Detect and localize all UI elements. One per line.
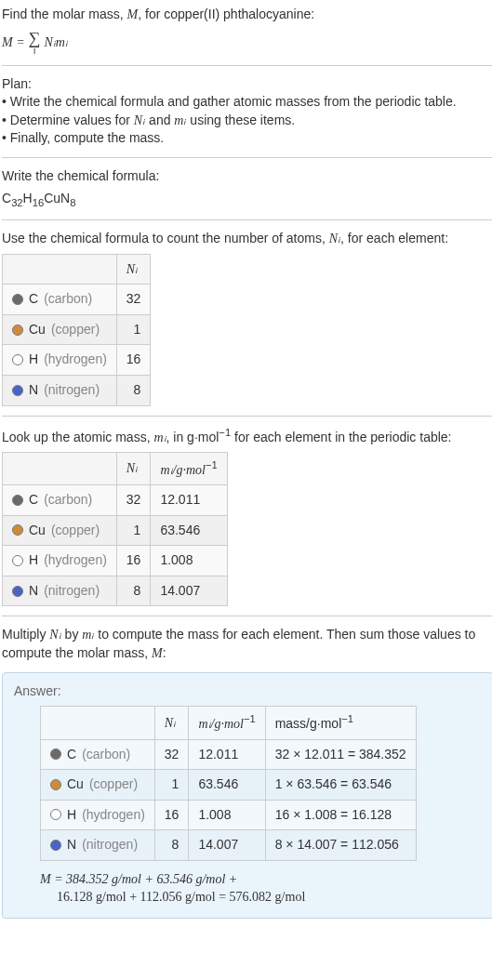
mi-value: 12.011 xyxy=(151,485,227,516)
col-ni-label: Nᵢ xyxy=(126,461,138,475)
ni-value: 8 xyxy=(154,830,189,861)
carbon-swatch-icon xyxy=(12,294,23,305)
count-heading-post: , for each element: xyxy=(340,231,448,245)
atomic-mass-section: Look up the atomic mass, mᵢ, in g·mol−1 … xyxy=(2,426,492,607)
count-heading-pre: Use the chemical formula to count the nu… xyxy=(2,231,329,245)
mass-heading: Look up the atomic mass, mᵢ, in g·mol−1 … xyxy=(2,426,492,446)
element-cell: C (carbon) xyxy=(50,746,145,764)
count-heading-var: Nᵢ xyxy=(329,232,340,245)
final-formula-line1: M = 384.352 g/mol + 63.546 g/mol + xyxy=(40,872,237,886)
col-element xyxy=(3,254,117,285)
mh-post: : xyxy=(163,645,166,660)
plan-item-1: • Write the chemical formula and gather … xyxy=(2,93,492,112)
atomic-mass-table: Nᵢ mᵢ/g·mol−1 C (carbon) 32 12.011 Cu (c… xyxy=(2,452,228,607)
intro-text-after: , for copper(II) phthalocyanine: xyxy=(138,7,314,21)
plan-section: Plan: • Write the chemical formula and g… xyxy=(2,75,492,148)
hydrogen-swatch-icon xyxy=(12,354,23,365)
col-ni-label: Nᵢ xyxy=(126,262,138,276)
element-cell: H (hydrogen) xyxy=(12,551,107,570)
col-mi-label: mᵢ/g·mol xyxy=(160,463,206,477)
ni-value: 8 xyxy=(116,576,151,606)
element-symbol: C xyxy=(67,746,76,764)
col-element xyxy=(3,452,117,484)
element-name: (copper) xyxy=(89,775,138,794)
col-ni: Nᵢ xyxy=(154,707,189,739)
element-cell: N (nitrogen) xyxy=(12,381,107,400)
plan-item-2-m: mᵢ xyxy=(174,113,186,127)
divider xyxy=(2,616,492,616)
hydrogen-swatch-icon xyxy=(12,555,23,566)
sigma-index: i xyxy=(29,46,41,56)
final-formula-line2: 16.128 g/mol + 112.056 g/mol = 576.082 g… xyxy=(57,890,305,904)
element-symbol: C xyxy=(29,491,38,510)
col-mass-label: mass/g·mol xyxy=(275,716,342,731)
element-cell: H (hydrogen) xyxy=(50,806,145,825)
nitrogen-swatch-icon xyxy=(12,385,23,396)
mass-value: 32 × 12.011 = 384.352 xyxy=(265,739,416,770)
element-cell: Cu (copper) xyxy=(50,775,145,794)
ni-value: 32 xyxy=(116,485,151,516)
divider xyxy=(2,157,492,158)
element-cell: C (carbon) xyxy=(12,491,107,510)
element-cell: Cu (copper) xyxy=(12,522,107,540)
element-symbol: N xyxy=(29,381,38,400)
final-formula: M = 384.352 g/mol + 63.546 g/mol + 16.12… xyxy=(40,870,482,907)
plan-item-2-n: Nᵢ xyxy=(134,113,145,127)
nitrogen-swatch-icon xyxy=(50,840,61,851)
mass-value: 16 × 1.008 = 16.128 xyxy=(265,800,416,830)
intro-M: M xyxy=(127,7,139,21)
element-name: (nitrogen) xyxy=(44,582,100,601)
mi-value: 1.008 xyxy=(151,546,227,576)
table-row: C (carbon) 32 12.011 32 × 12.011 = 384.3… xyxy=(41,739,417,770)
element-symbol: N xyxy=(29,582,38,601)
chem-heading: Write the chemical formula: xyxy=(2,167,492,186)
count-section: Use the chemical formula to count the nu… xyxy=(2,230,492,406)
element-cell: N (nitrogen) xyxy=(50,836,145,854)
ni-value: 1 xyxy=(154,770,189,801)
col-mi: mᵢ/g·mol−1 xyxy=(151,452,227,484)
mass-heading-exp: −1 xyxy=(219,427,231,438)
mi-value: 63.546 xyxy=(151,515,227,546)
table-row: H (hydrogen) 16 xyxy=(3,345,151,376)
mi-value: 63.546 xyxy=(189,770,265,801)
ni-value: 1 xyxy=(116,515,151,546)
table-row: C (carbon) 32 xyxy=(3,285,151,315)
col-element xyxy=(41,707,155,739)
element-cell: Cu (copper) xyxy=(12,321,107,339)
answer-label: Answer: xyxy=(14,682,482,701)
col-mass-exp: −1 xyxy=(341,713,353,724)
plan-item-3: • Finally, compute the mass. xyxy=(2,129,492,148)
nitrogen-swatch-icon xyxy=(12,586,23,597)
intro-line: Find the molar mass, M, for copper(II) p… xyxy=(2,6,492,24)
ni-value: 16 xyxy=(154,800,189,830)
mass-heading-post: for each element in the periodic table: xyxy=(231,429,451,444)
copper-swatch-icon xyxy=(12,324,23,336)
element-name: (carbon) xyxy=(82,746,130,764)
mi-value: 14.007 xyxy=(151,576,227,606)
chemical-formula-section: Write the chemical formula: C32H16CuN8 xyxy=(2,167,492,210)
col-ni: Nᵢ xyxy=(116,452,151,484)
mass-heading-pre: Look up the atomic mass, xyxy=(2,429,153,444)
copper-swatch-icon xyxy=(50,779,61,790)
element-name: (hydrogen) xyxy=(44,351,107,369)
table-row: N (nitrogen) 8 14.007 8 × 14.007 = 112.0… xyxy=(41,830,417,861)
atom-count-table: Nᵢ C (carbon) 32 Cu (copper) 1 H (hydrog… xyxy=(2,254,151,406)
plan-item-2-mid: and xyxy=(145,113,174,127)
mi-value: 12.011 xyxy=(189,739,265,770)
carbon-swatch-icon xyxy=(50,748,61,760)
divider xyxy=(2,65,492,66)
multiply-section: Multiply Nᵢ by mᵢ to compute the mass fo… xyxy=(2,626,492,919)
element-cell: N (nitrogen) xyxy=(12,582,107,601)
plan-item-2-pre: • Determine values for xyxy=(2,113,134,127)
divider xyxy=(2,219,492,220)
col-mi-exp: −1 xyxy=(206,459,218,470)
col-ni-label: Nᵢ xyxy=(165,716,176,730)
ni-value: 32 xyxy=(154,739,189,770)
table-row: Cu (copper) 1 63.546 1 × 63.546 = 63.546 xyxy=(41,770,417,801)
element-symbol: H xyxy=(67,806,76,825)
element-name: (nitrogen) xyxy=(44,381,100,400)
plan-heading: Plan: xyxy=(2,75,492,94)
mi-value: 1.008 xyxy=(189,800,265,830)
ni-value: 8 xyxy=(116,376,151,406)
intro-text: Find the molar mass, xyxy=(2,7,127,21)
